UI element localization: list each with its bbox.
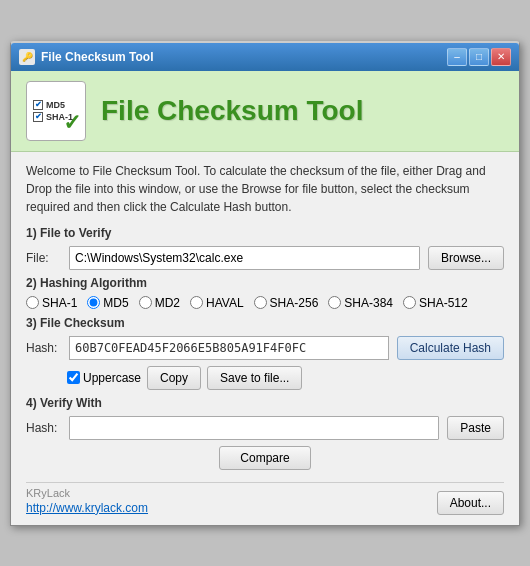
verify-hash-label: Hash: xyxy=(26,421,61,435)
logo-md5-checkbox: ✔ xyxy=(33,100,43,110)
window-title: File Checksum Tool xyxy=(41,50,153,64)
uppercase-checkbox-label[interactable]: Uppercase xyxy=(67,371,141,385)
description-text: Welcome to File Checksum Tool. To calcul… xyxy=(26,162,504,216)
radio-sha512-input[interactable] xyxy=(403,296,416,309)
verify-hash-row: Hash: Paste xyxy=(26,416,504,440)
radio-haval-input[interactable] xyxy=(190,296,203,309)
radio-sha256-input[interactable] xyxy=(254,296,267,309)
section-file-label: 1) File to Verify xyxy=(26,226,504,240)
radio-md2-input[interactable] xyxy=(139,296,152,309)
section-verify-label: 4) Verify With xyxy=(26,396,504,410)
content-area: Welcome to File Checksum Tool. To calcul… xyxy=(11,152,519,482)
maximize-button[interactable]: □ xyxy=(469,48,489,66)
logo-md5-label: MD5 xyxy=(46,100,65,110)
section-checksum-label: 3) File Checksum xyxy=(26,316,504,330)
website-link[interactable]: http://www.krylack.com xyxy=(26,501,148,515)
file-input[interactable] xyxy=(69,246,420,270)
title-bar-left: 🔑 File Checksum Tool xyxy=(19,49,153,65)
radio-sha1[interactable]: SHA-1 xyxy=(26,296,77,310)
hash-field-row: Hash: 60B7C0FEAD45F2066E5B805A91F4F0FC C… xyxy=(26,336,504,360)
radio-md5-input[interactable] xyxy=(87,296,100,309)
radio-sha512[interactable]: SHA-512 xyxy=(403,296,468,310)
logo: ✔ MD5 ✔ SHA-1 ✓ xyxy=(26,81,86,141)
calculate-hash-button[interactable]: Calculate Hash xyxy=(397,336,504,360)
paste-button[interactable]: Paste xyxy=(447,416,504,440)
footer: KRyLack http://www.krylack.com About... xyxy=(11,483,519,525)
logo-md5-row: ✔ MD5 xyxy=(33,100,65,110)
uppercase-checkbox[interactable] xyxy=(67,371,80,384)
about-button[interactable]: About... xyxy=(437,491,504,515)
title-bar-controls: – □ ✕ xyxy=(447,48,511,66)
radio-haval[interactable]: HAVAL xyxy=(190,296,244,310)
file-field-row: File: Browse... xyxy=(26,246,504,270)
section-hashing-label: 2) Hashing Algorithm xyxy=(26,276,504,290)
footer-left: KRyLack http://www.krylack.com xyxy=(26,487,148,515)
radio-sha256[interactable]: SHA-256 xyxy=(254,296,319,310)
minimize-button[interactable]: – xyxy=(447,48,467,66)
browse-button[interactable]: Browse... xyxy=(428,246,504,270)
logo-sha1-checkbox: ✔ xyxy=(33,112,43,122)
algorithm-radio-group: SHA-1 MD5 MD2 HAVAL SHA-256 SHA-384 SHA-… xyxy=(26,296,504,310)
app-icon: 🔑 xyxy=(19,49,35,65)
copy-button[interactable]: Copy xyxy=(147,366,201,390)
title-bar: 🔑 File Checksum Tool – □ ✕ xyxy=(11,43,519,71)
radio-md5[interactable]: MD5 xyxy=(87,296,128,310)
compare-row: Compare xyxy=(26,446,504,470)
main-window: 🔑 File Checksum Tool – □ ✕ ✔ MD5 ✔ SHA-1… xyxy=(10,41,520,526)
radio-md2[interactable]: MD2 xyxy=(139,296,180,310)
uppercase-label: Uppercase xyxy=(83,371,141,385)
radio-sha384[interactable]: SHA-384 xyxy=(328,296,393,310)
file-label: File: xyxy=(26,251,61,265)
close-button[interactable]: ✕ xyxy=(491,48,511,66)
header-title: File Checksum Tool xyxy=(101,95,363,127)
verify-hash-input[interactable] xyxy=(69,416,439,440)
brand-label: KRyLack xyxy=(26,487,148,499)
radio-sha384-input[interactable] xyxy=(328,296,341,309)
compare-button[interactable]: Compare xyxy=(219,446,310,470)
checksum-options-row: Uppercase Copy Save to file... xyxy=(26,366,504,390)
radio-sha1-input[interactable] xyxy=(26,296,39,309)
save-to-file-button[interactable]: Save to file... xyxy=(207,366,302,390)
hash-label: Hash: xyxy=(26,341,61,355)
logo-checkmark: ✓ xyxy=(63,110,81,136)
hash-display: 60B7C0FEAD45F2066E5B805A91F4F0FC xyxy=(69,336,389,360)
header-band: ✔ MD5 ✔ SHA-1 ✓ File Checksum Tool xyxy=(11,71,519,152)
